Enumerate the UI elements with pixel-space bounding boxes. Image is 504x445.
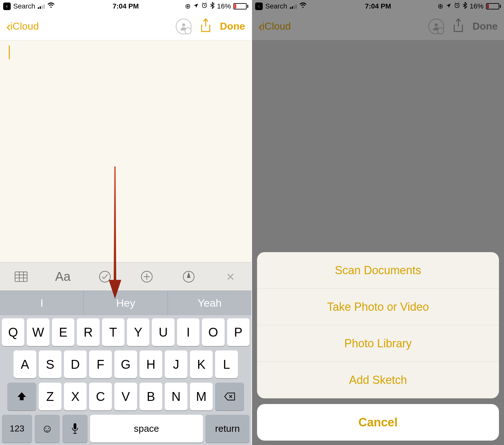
key-k[interactable]: K: [190, 350, 213, 378]
predictive-bar: I Hey Yeah: [0, 291, 251, 315]
key-b[interactable]: B: [140, 383, 162, 410]
key-i[interactable]: I: [177, 318, 199, 346]
sketch-icon[interactable]: [179, 267, 198, 286]
key-u[interactable]: U: [152, 318, 174, 346]
key-q[interactable]: Q: [2, 318, 24, 346]
key-f[interactable]: F: [89, 350, 112, 378]
option-photo-library[interactable]: Photo Library: [257, 325, 499, 362]
key-v[interactable]: V: [114, 383, 137, 410]
battery-icon: [486, 3, 501, 9]
done-button[interactable]: Done: [472, 20, 498, 32]
notes-toolbar: Aa ×: [0, 262, 251, 291]
nav-bar: ‹ iCloud Done: [252, 13, 504, 40]
svg-point-1: [182, 23, 185, 26]
suggestion-0[interactable]: I: [0, 291, 84, 315]
status-time: 7:04 PM: [0, 2, 251, 10]
key-t[interactable]: T: [102, 318, 124, 346]
key-a[interactable]: A: [14, 350, 36, 378]
key-d[interactable]: D: [64, 350, 87, 378]
key-x[interactable]: X: [64, 383, 87, 410]
svg-rect-12: [74, 423, 77, 430]
key-l[interactable]: L: [215, 350, 238, 378]
key-r[interactable]: R: [77, 318, 99, 346]
text-cursor: [9, 45, 10, 59]
dimmed-background[interactable]: Scan Documents Take Photo or Video Photo…: [252, 40, 504, 445]
back-button[interactable]: ‹ iCloud: [258, 20, 291, 33]
suggestion-2[interactable]: Yeah: [168, 291, 251, 315]
share-icon[interactable]: [200, 18, 212, 35]
back-label: iCloud: [10, 20, 39, 32]
nav-bar: ‹ iCloud Done: [0, 13, 251, 40]
svg-point-7: [99, 271, 110, 282]
key-123[interactable]: 123: [2, 415, 32, 442]
option-take-photo-video[interactable]: Take Photo or Video: [257, 289, 499, 325]
option-add-sketch[interactable]: Add Sketch: [257, 362, 499, 398]
key-e[interactable]: E: [52, 318, 74, 346]
key-return[interactable]: return: [205, 415, 249, 442]
key-w[interactable]: W: [27, 318, 49, 346]
back-label: iCloud: [262, 20, 291, 32]
key-p[interactable]: P: [227, 318, 249, 346]
key-row-1: Q W E R T Y U I O P: [2, 318, 249, 346]
key-space[interactable]: space: [90, 415, 203, 442]
status-bar: ‹ Search 7:04 PM ⊕ 16%: [0, 0, 251, 13]
key-shift[interactable]: [7, 383, 36, 410]
share-icon[interactable]: [452, 18, 464, 35]
action-sheet: Scan Documents Take Photo or Video Photo…: [257, 252, 499, 441]
phone-right: ‹ Search 7:04 PM ⊕ 16%: [252, 0, 504, 445]
key-h[interactable]: H: [140, 350, 162, 378]
note-editor[interactable]: [0, 40, 251, 262]
back-button[interactable]: ‹ iCloud: [6, 20, 39, 33]
key-s[interactable]: S: [39, 350, 61, 378]
phone-left: ‹ Search 7:04 PM ⊕ 16%: [0, 0, 252, 445]
svg-rect-2: [15, 272, 27, 281]
key-delete[interactable]: [215, 383, 244, 410]
key-row-3: Z X C V B N M: [2, 383, 249, 410]
suggestion-1[interactable]: Hey: [84, 291, 168, 315]
status-time: 7:04 PM: [252, 2, 504, 10]
key-j[interactable]: J: [165, 350, 187, 378]
key-row-4: 123 ☺ space return: [2, 415, 249, 442]
close-toolbar-icon[interactable]: ×: [221, 267, 240, 286]
table-icon[interactable]: [12, 267, 31, 286]
key-y[interactable]: Y: [127, 318, 149, 346]
key-m[interactable]: M: [190, 383, 213, 410]
add-attachment-icon[interactable]: [137, 267, 156, 286]
key-z[interactable]: Z: [39, 383, 61, 410]
keyboard: Q W E R T Y U I O P A S D F G H J K L Z: [0, 315, 251, 445]
key-dictation[interactable]: [62, 415, 88, 442]
key-emoji[interactable]: ☺: [35, 415, 60, 442]
key-row-2: A S D F G H J K L: [2, 350, 249, 378]
action-sheet-options: Scan Documents Take Photo or Video Photo…: [257, 252, 499, 398]
key-c[interactable]: C: [89, 383, 112, 410]
done-button[interactable]: Done: [220, 20, 245, 32]
battery-icon: [233, 3, 248, 9]
option-scan-documents[interactable]: Scan Documents: [257, 252, 499, 289]
add-person-icon[interactable]: [428, 19, 444, 34]
status-bar: ‹ Search 7:04 PM ⊕ 16%: [252, 0, 504, 13]
add-person-icon[interactable]: [176, 19, 192, 34]
cancel-button[interactable]: Cancel: [257, 404, 499, 441]
key-g[interactable]: G: [114, 350, 137, 378]
key-o[interactable]: O: [202, 318, 224, 346]
key-n[interactable]: N: [165, 383, 187, 410]
checklist-icon[interactable]: [95, 267, 114, 286]
svg-point-14: [435, 23, 438, 26]
text-format-icon[interactable]: Aa: [54, 267, 72, 286]
